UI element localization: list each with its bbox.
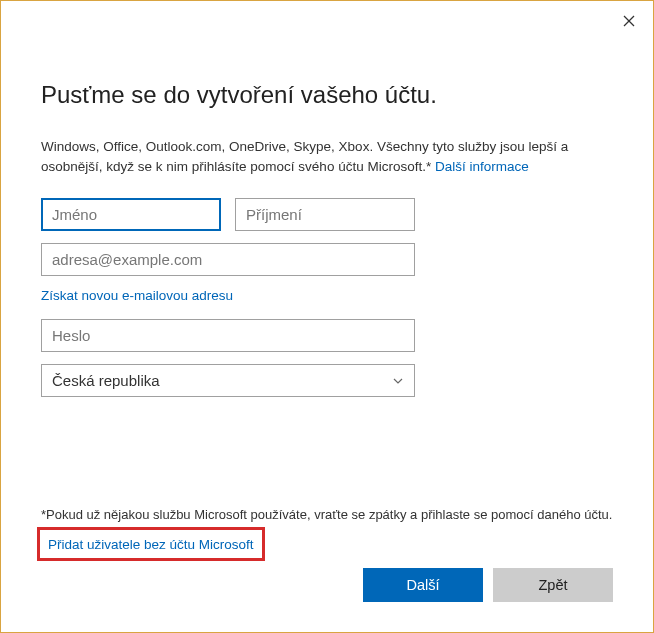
password-input[interactable] — [41, 319, 415, 352]
add-user-without-ms-link[interactable]: Přidat uživatele bez účtu Microsoft — [48, 537, 254, 552]
footnote-text: *Pokud už nějakou službu Microsoft použí… — [41, 506, 613, 524]
back-button[interactable]: Zpět — [493, 568, 613, 602]
highlight-annotation: Přidat uživatele bez účtu Microsoft — [37, 527, 265, 561]
page-title: Pusťme se do vytvoření vašeho účtu. — [41, 81, 613, 109]
dialog-content: Pusťme se do vytvoření vašeho účtu. Wind… — [1, 1, 653, 397]
email-input[interactable] — [41, 243, 415, 276]
country-select[interactable]: Česká republika — [41, 364, 415, 397]
intro-text: Windows, Office, Outlook.com, OneDrive, … — [41, 137, 613, 176]
chevron-down-icon — [392, 375, 404, 387]
first-name-input[interactable] — [41, 198, 221, 231]
last-name-input[interactable] — [235, 198, 415, 231]
close-icon — [623, 15, 635, 27]
next-button[interactable]: Další — [363, 568, 483, 602]
more-info-link[interactable]: Další informace — [435, 159, 529, 174]
country-value: Česká republika — [52, 372, 160, 389]
button-row: Další Zpět — [363, 568, 613, 602]
close-button[interactable] — [617, 9, 641, 33]
get-new-email-link[interactable]: Získat novou e-mailovou adresu — [41, 288, 233, 303]
